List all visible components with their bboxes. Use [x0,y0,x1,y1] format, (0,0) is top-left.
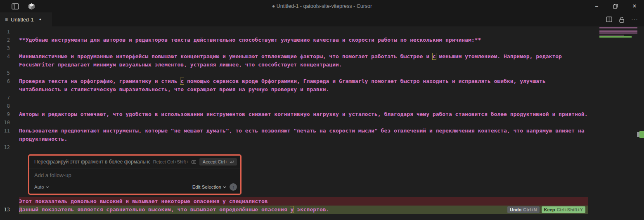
model-selector[interactable]: Auto [34,185,49,189]
accept-button[interactable]: Accept Ctrl+ [199,158,237,166]
enter-icon [230,160,234,164]
minimize-button[interactable]: − [587,0,606,12]
line-number: 8 [0,102,19,110]
editor-line[interactable]: 4Минималистичные и продуманные интерфейс… [0,52,644,69]
editor-line[interactable]: 12 [0,143,644,151]
undo-button[interactable]: UndoCtrl+N [507,206,539,213]
line-number: 6 [0,77,19,94]
editor-line[interactable]: 9Авторы и редакторы отмечают, что удобст… [0,110,644,118]
line-content: Пользователи предпочитают инструменты, к… [19,127,588,143]
minimap-added-marker [599,36,632,38]
inline-edit-widget: Перефразируй этот фрагмент в более форма… [28,154,242,195]
line-number: 9 [0,110,19,118]
line-content [19,28,588,36]
plaintext-file-icon: ≡ [5,17,8,22]
tab-label: Untitled-1 [11,17,34,23]
unlock-icon[interactable] [619,17,625,23]
minimap[interactable] [599,27,637,38]
editor-line[interactable]: 13Данный показатель является сравнительн… [0,206,644,214]
diff-action-badges: UndoCtrl+NKeepCtrl+Shift+Y [507,206,585,213]
editor-line[interactable]: 8 [0,102,644,110]
line-content: **Удобные инструменты для авторов и реда… [19,36,588,44]
line-number: 13 [0,206,19,214]
restore-button[interactable] [606,0,625,12]
line-number: 10 [0,118,19,127]
mode-selector[interactable]: Edit Selection [192,185,226,189]
editor-line[interactable]: 1 [0,28,644,36]
line-content [19,102,588,110]
cursor-window: ● Untitled-1 - qatools-site-vitepress - … [0,0,644,220]
line-number: 5 [0,69,19,77]
ai-prompt-text: Перефразируй этот фрагмент в более форма… [34,159,150,165]
editor-line[interactable]: 5 [0,69,644,77]
line-number: 4 [0,52,19,69]
send-button[interactable]: ↑ [230,183,237,191]
line-content [19,94,588,102]
line-number: 3 [0,44,19,52]
window-title: ● Untitled-1 - qatools-site-vitepress - … [0,3,644,9]
line-content [19,143,588,151]
split-editor-icon[interactable] [606,17,612,22]
chevron-down-icon [46,186,49,188]
highlighted-char: с [180,78,184,84]
more-actions-icon[interactable]: ··· [631,16,638,23]
line-number: 2 [0,36,19,44]
tab-bar: ≡ Untitled-1 ● ··· [0,12,644,26]
line-number: 11 [0,127,19,143]
line-number: 12 [0,143,19,151]
line-content: Данный показатель является сравнительно … [19,206,588,214]
line-content: Минималистичные и продуманные интерфейсы… [19,52,588,69]
editor-lines: 1 2**Удобные инструменты для авторов и р… [0,28,644,151]
line-number: 7 [0,94,19,102]
line-content: Проверка текста на орфографию, грамматик… [19,77,588,94]
cursor-logo-icon[interactable] [28,3,35,10]
line-content [19,118,588,127]
line-content [19,69,588,77]
overview-ruler-added-marker [639,131,644,138]
editor-line[interactable]: 2**Удобные инструменты для авторов и ред… [0,36,644,44]
editor-pane[interactable]: 1 2**Удобные инструменты для авторов и р… [0,26,644,214]
diff-lines: Этот показатель довольно высокий и вызыв… [0,197,644,214]
close-button[interactable]: × [625,0,644,12]
line-content [19,44,588,52]
line-content: Авторы и редакторы отмечают, что удобств… [19,110,588,118]
line-content: Этот показатель довольно высокий и вызыв… [19,197,588,206]
editor-line[interactable]: 11Пользователи предпочитают инструменты,… [0,127,644,143]
reject-button[interactable]: Reject Ctrl+Shift+ [153,159,196,164]
toggle-sidebar-icon[interactable] [12,3,19,9]
keep-button[interactable]: KeepCtrl+Shift+Y [542,206,585,213]
editor-line[interactable]: 6Проверка текста на орфографию, граммати… [0,77,644,94]
line-number: 1 [0,28,19,36]
tab-untitled-1[interactable]: ≡ Untitled-1 ● [0,12,52,26]
editor-line[interactable]: Этот показатель довольно высокий и вызыв… [0,197,644,206]
backspace-icon [191,160,196,164]
chevron-down-icon [223,186,226,188]
editor-line[interactable]: 3 [0,44,644,52]
editor-line[interactable]: 7 [0,94,644,102]
line-number [0,197,19,206]
editor-line[interactable]: 10 [0,118,644,127]
highlighted-char: с [433,53,436,59]
title-bar: ● Untitled-1 - qatools-site-vitepress - … [0,0,644,12]
unsaved-changes-dot: ● [39,17,41,21]
follow-up-input[interactable]: Add a follow-up [29,168,240,182]
